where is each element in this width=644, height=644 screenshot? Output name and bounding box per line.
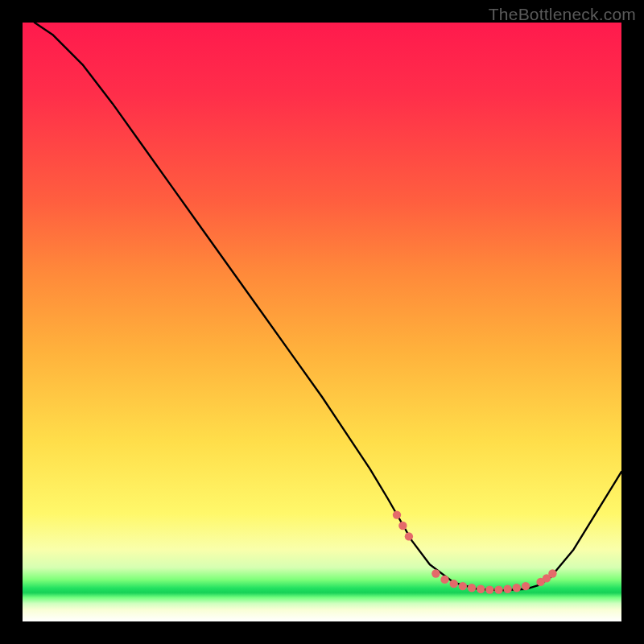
- chart-frame: TheBottleneck.com: [0, 0, 644, 644]
- heat-gradient: [23, 23, 621, 621]
- plot-area: [23, 23, 621, 621]
- attribution-text: TheBottleneck.com: [489, 5, 636, 24]
